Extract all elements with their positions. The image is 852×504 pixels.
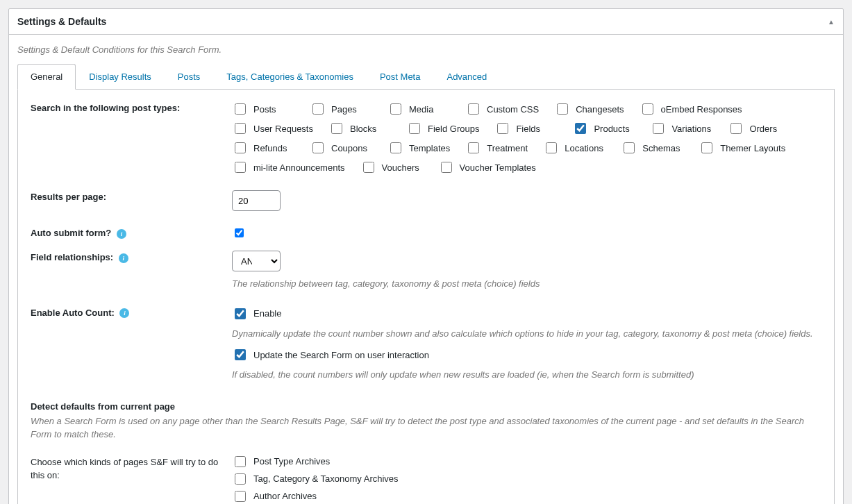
tab-adv[interactable]: Advanced — [433, 64, 500, 90]
auto-count-enable-label: Enable — [253, 308, 281, 319]
post-type-item[interactable]: Locations — [543, 140, 605, 156]
tab-meta[interactable]: Post Meta — [367, 64, 434, 90]
detect-desc: When a Search Form is used on any page o… — [31, 414, 821, 442]
auto-count-update-checkbox[interactable] — [235, 349, 246, 360]
post-type-item[interactable]: Posts — [232, 101, 294, 117]
post-type-label: Orders — [749, 124, 777, 134]
post-type-item[interactable]: Field Groups — [406, 121, 479, 136]
post-type-label: Changesets — [576, 104, 624, 115]
detect-item[interactable]: Author Archives — [232, 489, 821, 504]
post-type-item[interactable]: Products — [572, 121, 635, 136]
post-type-item[interactable]: Coupons — [310, 140, 372, 156]
post-type-item[interactable]: oEmbed Responses — [640, 101, 742, 117]
post-type-checkbox[interactable] — [235, 162, 246, 173]
tab-tax[interactable]: Tags, Categories & Taxonomies — [213, 64, 367, 90]
row-auto-submit: Auto submit form? i — [31, 226, 821, 240]
post-type-checkbox[interactable] — [331, 123, 342, 134]
tabs: GeneralDisplay ResultsPostsTags, Categor… — [17, 64, 835, 90]
panel-toggle[interactable]: ▲ — [819, 10, 843, 33]
tab-general[interactable]: General — [17, 64, 76, 90]
post-type-label: Refunds — [253, 143, 287, 153]
post-type-item[interactable]: Refunds — [232, 140, 294, 156]
post-type-label: Templates — [409, 143, 450, 153]
post-type-checkbox[interactable] — [312, 103, 324, 115]
post-types-grid: PostsPagesMediaCustom CSSChangesetsoEmbe… — [232, 101, 821, 175]
detect-heading: Detect defaults from current page — [31, 401, 821, 412]
post-type-label: Products — [594, 124, 629, 134]
post-type-checkbox[interactable] — [468, 142, 479, 153]
post-type-checkbox[interactable] — [468, 103, 479, 115]
post-type-checkbox[interactable] — [441, 162, 452, 173]
post-type-checkbox[interactable] — [575, 123, 586, 134]
panel-body: Settings & Default Conditions for this S… — [9, 35, 843, 504]
tab-display[interactable]: Display Results — [76, 64, 165, 90]
post-type-checkbox[interactable] — [390, 142, 401, 153]
label-auto-count-text: Enable Auto Count: — [31, 308, 115, 318]
tab-posts[interactable]: Posts — [165, 64, 214, 90]
detect-item[interactable]: Tag, Category & Taxonomy Archives — [232, 471, 821, 487]
post-type-item[interactable]: Custom CSS — [465, 101, 539, 117]
info-icon[interactable]: i — [119, 308, 129, 318]
post-type-item[interactable]: User Requests — [232, 121, 313, 136]
post-type-label: Voucher Templates — [460, 162, 536, 173]
auto-submit-checkbox[interactable] — [235, 228, 244, 237]
post-type-checkbox[interactable] — [546, 142, 557, 153]
label-detect-choose: Choose which kinds of pages S&F will try… — [31, 454, 232, 482]
post-type-item[interactable]: Schemas — [621, 140, 683, 156]
relationships-select[interactable]: ANDOR — [232, 251, 281, 271]
auto-count-enable-checkbox[interactable] — [235, 308, 246, 319]
post-type-checkbox[interactable] — [363, 162, 374, 173]
post-type-item[interactable]: Treatment — [465, 140, 528, 156]
info-icon[interactable]: i — [117, 229, 126, 239]
post-type-checkbox[interactable] — [624, 142, 635, 153]
post-type-item[interactable]: Fields — [494, 121, 557, 136]
post-type-label: Vouchers — [382, 162, 419, 173]
post-type-item[interactable]: Pages — [310, 101, 372, 117]
post-type-item[interactable]: Orders — [728, 121, 790, 136]
post-type-checkbox[interactable] — [235, 142, 246, 153]
post-type-item[interactable]: Templates — [387, 140, 450, 156]
detect-checkbox[interactable] — [235, 456, 246, 467]
row-results-per-page: Results per page: — [31, 190, 821, 211]
post-type-item[interactable]: Vouchers — [360, 160, 423, 175]
post-type-checkbox[interactable] — [390, 103, 401, 115]
post-type-checkbox[interactable] — [235, 123, 246, 134]
detect-checkbox[interactable] — [235, 491, 246, 502]
results-per-page-input[interactable] — [232, 190, 281, 211]
post-type-checkbox[interactable] — [409, 123, 420, 134]
post-type-checkbox[interactable] — [701, 142, 712, 153]
post-type-item[interactable]: Media — [387, 101, 450, 117]
label-relationships-text: Field relationships: — [31, 252, 113, 262]
post-type-item[interactable]: Voucher Templates — [438, 160, 536, 175]
auto-count-update[interactable]: Update the Search Form on user interacti… — [232, 347, 821, 362]
auto-count-help2: If disabled, the count numbers will only… — [232, 368, 821, 382]
post-type-item[interactable]: Themer Layouts — [699, 140, 785, 156]
post-type-checkbox[interactable] — [653, 123, 664, 134]
post-type-checkbox[interactable] — [730, 123, 742, 134]
post-type-checkbox[interactable] — [497, 123, 508, 134]
post-type-item[interactable]: mi-lite Announcements — [232, 160, 345, 175]
post-type-checkbox[interactable] — [312, 142, 324, 153]
post-type-checkbox[interactable] — [642, 103, 653, 115]
label-auto-count: Enable Auto Count: i — [31, 306, 232, 319]
post-type-item[interactable]: Changesets — [554, 101, 624, 117]
post-type-item[interactable]: Variations — [650, 121, 712, 136]
detect-label: Author Archives — [253, 491, 317, 501]
auto-count-help1: Dynamically update the count number show… — [232, 327, 821, 341]
post-type-label: Field Groups — [428, 124, 479, 134]
post-type-label: Fields — [516, 124, 540, 134]
auto-count-enable[interactable]: Enable — [232, 306, 821, 321]
post-type-checkbox[interactable] — [235, 103, 246, 115]
detect-checkbox[interactable] — [235, 473, 246, 485]
panel-title: Settings & Defaults — [9, 9, 115, 34]
post-type-label: Themer Layouts — [720, 143, 785, 153]
detect-item[interactable]: Post Type Archives — [232, 454, 821, 469]
post-type-item[interactable]: Blocks — [328, 121, 391, 136]
info-icon[interactable]: i — [119, 253, 128, 263]
post-type-label: Schemas — [642, 143, 680, 153]
row-relationships: Field relationships: i ANDOR The relatio… — [31, 251, 821, 291]
post-type-label: Blocks — [350, 124, 376, 134]
label-results-per-page: Results per page: — [31, 190, 232, 202]
post-type-checkbox[interactable] — [557, 103, 568, 115]
post-type-label: Variations — [671, 124, 711, 134]
